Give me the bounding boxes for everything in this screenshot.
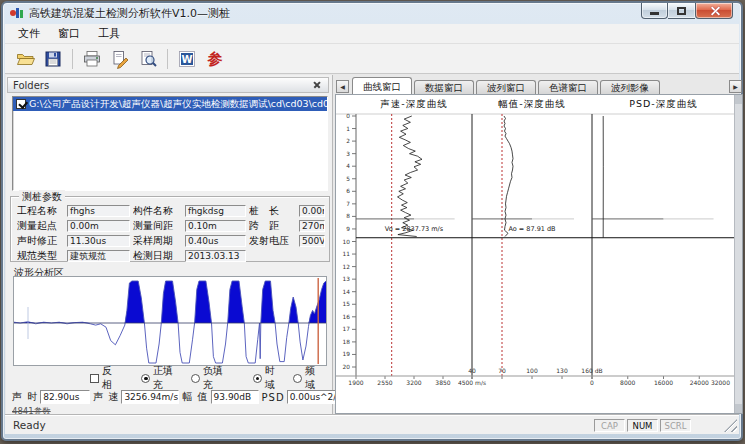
readout-field: 3256.94m/s [121, 390, 179, 404]
pile-params-group: 测桩参数 工程名称fhghs构件名称fhgkdsg桩 长0.00m测量起点0.0… [10, 196, 330, 262]
svg-text:11: 11 [343, 251, 351, 257]
scroll-up-icon[interactable] [735, 95, 742, 104]
svg-text:8: 8 [346, 213, 350, 219]
param-field: 0.10m [185, 220, 246, 232]
keyboard-indicators: CAPNUMSCRL [592, 419, 691, 432]
client-area: Folders G:\公司产品设计开发\超声仪器\超声仪实地检测数据调试\cd\… [5, 74, 739, 415]
svg-text:1900: 1900 [348, 379, 363, 386]
pile-params-title: 测桩参数 [19, 190, 65, 204]
invert-checkbox[interactable] [90, 374, 99, 383]
export-button[interactable] [107, 47, 133, 71]
menu-item-2[interactable]: 工具 [89, 24, 129, 43]
domain-label: 频域 [305, 364, 324, 392]
domain-radio[interactable] [253, 374, 262, 383]
svg-text:1: 1 [346, 126, 350, 132]
chart-area[interactable]: 01234567891011121314151617181920声速-深度曲线1… [335, 94, 743, 414]
fill-radio[interactable] [141, 374, 150, 383]
domain-radio[interactable] [293, 374, 302, 383]
waveform-plot[interactable] [13, 276, 327, 366]
param-field: 建筑规范 [67, 250, 130, 262]
tab-scroll-left-icon[interactable]: ◀ [336, 80, 349, 93]
reference-params-button[interactable]: 参 [202, 47, 228, 71]
printer-icon [82, 49, 102, 69]
minimize-button[interactable] [641, 3, 668, 19]
param-label: 发射电压 [249, 234, 296, 248]
app-window: 高铁建筑混凝土检测分析软件V1.0—测桩 文件窗口工具 [1, 1, 743, 441]
fill-option-1[interactable]: 负填充 [191, 364, 232, 392]
depth-curves-svg: 01234567891011121314151617181920声速-深度曲线1… [336, 95, 736, 413]
tab-曲线窗口[interactable]: 曲线窗口 [352, 77, 412, 94]
folders-pane: Folders G:\公司产品设计开发\超声仪器\超声仪实地检测数据调试\cd\… [6, 75, 333, 414]
param-label: 声时修正 [17, 234, 64, 248]
magnifier-page-icon [138, 49, 158, 69]
print-button[interactable] [79, 47, 105, 71]
word-export-button[interactable]: W [174, 47, 200, 71]
param-label: 规范类型 [17, 249, 64, 263]
domain-option-1[interactable]: 频域 [293, 364, 324, 392]
fill-radio[interactable] [191, 374, 200, 383]
svg-text:100: 100 [526, 367, 538, 374]
maximize-icon [677, 7, 686, 15]
readout-label: 声 时 [12, 390, 38, 404]
param-field: 0.00m [299, 205, 325, 217]
svg-text:W: W [181, 53, 192, 64]
folders-list-item[interactable]: G:\公司产品设计开发\超声仪器\超声仪实地检测数据调试\cd\cd03\cd0… [13, 97, 327, 111]
param-label: 检测日期 [133, 249, 182, 263]
menu-item-1[interactable]: 窗口 [49, 24, 89, 43]
param-label: 跨 距 [249, 219, 296, 233]
param-field: fhghs [67, 205, 130, 217]
menu-item-0[interactable]: 文件 [9, 24, 49, 43]
clipped-section-text: 4841参数 [12, 406, 51, 414]
svg-text:5: 5 [346, 176, 350, 182]
param-label: 工程名称 [17, 204, 64, 218]
tab-数据窗口[interactable]: 数据窗口 [414, 80, 474, 94]
svg-text:6: 6 [346, 188, 350, 194]
pane-close-icon[interactable] [311, 79, 323, 91]
open-file-button[interactable] [12, 47, 38, 71]
item-checkbox[interactable] [16, 99, 26, 109]
readouts-row: 声 时82.90us声 速3256.94m/s幅 值93.90dBPSD0.00… [9, 389, 333, 405]
save-button[interactable] [40, 47, 66, 71]
folders-list[interactable]: G:\公司产品设计开发\超声仪器\超声仪实地检测数据调试\cd\cd03\cd0… [12, 96, 328, 191]
fill-option-0[interactable]: 正填充 [141, 364, 182, 392]
svg-text:18: 18 [343, 339, 351, 345]
svg-text:130: 130 [556, 367, 568, 374]
svg-text:7: 7 [346, 201, 350, 207]
svg-text:2: 2 [346, 138, 350, 144]
tab-波列窗口[interactable]: 波列窗口 [476, 80, 536, 94]
param-field: 270mm [299, 220, 325, 232]
save-floppy-icon [43, 49, 63, 69]
page-pencil-icon [110, 49, 130, 69]
item-path-label: G:\公司产品设计开发\超声仪器\超声仪实地检测数据调试\cd\cd03\cd0… [29, 98, 327, 111]
domain-option-0[interactable]: 时域 [253, 364, 284, 392]
invert-option[interactable]: 反相 [90, 364, 121, 392]
svg-text:幅值-深度曲线: 幅值-深度曲线 [498, 98, 565, 109]
vertical-scrollbar[interactable] [734, 95, 742, 413]
svg-text:4500 m/s: 4500 m/s [458, 379, 486, 386]
folders-pane-caption[interactable]: Folders [7, 77, 329, 93]
tab-波列影像[interactable]: 波列影像 [600, 80, 660, 94]
tab-色谱窗口[interactable]: 色谱窗口 [538, 80, 598, 94]
param-label: 构件名称 [133, 204, 182, 218]
param-field: 11.30us [67, 235, 130, 247]
print-preview-button[interactable] [135, 47, 161, 71]
svg-text:3850: 3850 [435, 379, 450, 386]
tab-scroll-right-icon[interactable]: ▶ [729, 80, 742, 93]
svg-text:160 dB: 160 dB [581, 367, 602, 374]
svg-text:13: 13 [343, 276, 351, 282]
menu-bar: 文件窗口工具 [5, 24, 739, 44]
maximize-button[interactable] [668, 3, 695, 19]
svg-text:70: 70 [498, 367, 506, 374]
scroll-down-icon[interactable] [735, 404, 742, 413]
resize-grip[interactable] [724, 419, 737, 432]
svg-text:3200: 3200 [406, 379, 421, 386]
svg-text:8000: 8000 [620, 379, 635, 386]
svg-text:0: 0 [590, 379, 594, 386]
domain-label: 时域 [265, 364, 284, 392]
svg-text:40: 40 [468, 367, 476, 374]
titlebar[interactable]: 高铁建筑混凝土检测分析软件V1.0—测桩 [3, 3, 741, 24]
analysis-options-row: 反相正填充负填充时域频域 [6, 371, 333, 385]
svg-text:32000: 32000 [711, 379, 730, 386]
close-button[interactable] [695, 3, 733, 19]
svg-text:10: 10 [343, 239, 351, 245]
